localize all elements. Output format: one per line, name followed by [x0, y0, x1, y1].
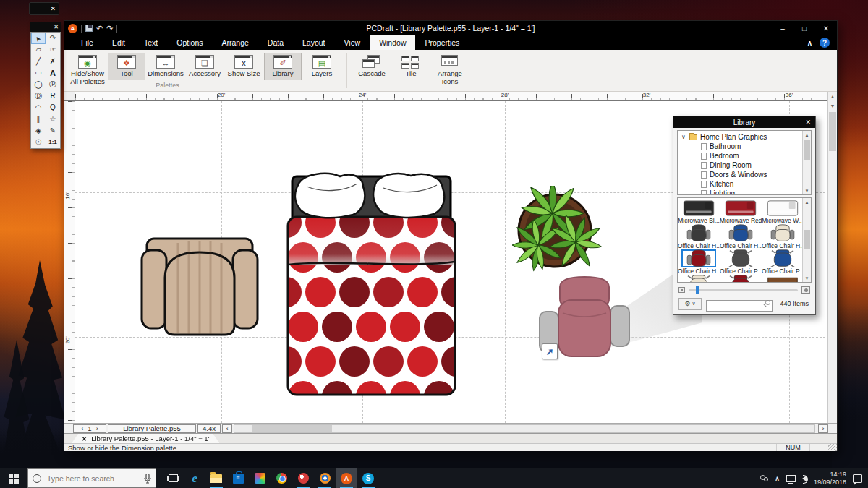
- taskbar-file-explorer[interactable]: [205, 468, 227, 488]
- volume-icon[interactable]: [802, 475, 807, 482]
- tree-item-lighting[interactable]: Lighting: [681, 189, 801, 195]
- pan-tool[interactable]: ☞: [46, 44, 60, 56]
- library-item-microwave-bl[interactable]: Microwave Bl...: [678, 198, 720, 223]
- ribbon-tool-button[interactable]: ❖Tool: [108, 53, 145, 80]
- library-item-microwave-red[interactable]: Microwave Red: [720, 198, 762, 223]
- scroll-down-icon[interactable]: ▼: [803, 274, 811, 282]
- potted-plant[interactable]: [509, 186, 603, 274]
- scroll-left-button[interactable]: ‹: [222, 424, 232, 433]
- quarter-circle-tool[interactable]: Q: [46, 102, 60, 114]
- library-item-office-chair-h[interactable]: Office Chair H...: [678, 223, 720, 249]
- tree-item-kitchen[interactable]: Kitchen: [681, 179, 801, 189]
- taskbar-skype[interactable]: S: [357, 468, 379, 488]
- menu-properties[interactable]: Properties: [415, 35, 469, 50]
- tree-item-bathroom[interactable]: Bathroom: [681, 142, 801, 151]
- ribbon-cascade-button[interactable]: Cascade: [353, 53, 391, 80]
- close-icon[interactable]: ✕: [801, 119, 815, 126]
- menu-data[interactable]: Data: [258, 35, 293, 50]
- horizontal-scroll-thumb[interactable]: [252, 425, 332, 432]
- taskbar-search[interactable]: [27, 468, 156, 488]
- tree-item-dining-room[interactable]: Dining Room: [681, 160, 801, 170]
- library-palette-titlebar[interactable]: Library ✕: [673, 116, 815, 128]
- ribbon-tile-button[interactable]: Tile: [392, 53, 430, 80]
- line-tool[interactable]: ╱: [31, 56, 46, 67]
- taskbar-pcdraft[interactable]: A: [336, 468, 357, 488]
- collapse-ribbon-icon[interactable]: ∧: [807, 39, 812, 47]
- library-item-office-chair-p[interactable]: Office Chair P...: [762, 249, 804, 274]
- ribbon-accessory-button[interactable]: ❏Accessory: [186, 53, 224, 80]
- select-tool[interactable]: ➤: [31, 33, 46, 44]
- scroll-right-button[interactable]: ›: [818, 424, 828, 433]
- scroll-up-icon[interactable]: ▲: [803, 198, 811, 206]
- menu-text[interactable]: Text: [135, 35, 167, 50]
- close-icon[interactable]: ✕: [54, 24, 59, 30]
- slider-thumb[interactable]: [696, 286, 699, 294]
- tab-close-icon[interactable]: ✕: [82, 435, 87, 442]
- library-item-microwave-w[interactable]: Microwave W...: [762, 198, 804, 223]
- save-icon[interactable]: [85, 25, 93, 32]
- menu-arrange[interactable]: Arrange: [212, 35, 258, 50]
- ribbon-layers-button[interactable]: ▤Layers: [303, 53, 341, 80]
- menu-edit[interactable]: Edit: [103, 35, 135, 50]
- library-item[interactable]: [762, 274, 804, 283]
- parallel-lines-tool[interactable]: ∥: [31, 114, 46, 125]
- taskbar-task-view[interactable]: [162, 468, 184, 488]
- tree-item-doors-windows[interactable]: Doors & Windows: [681, 170, 801, 179]
- menu-window[interactable]: Window: [370, 35, 415, 50]
- ribbon-show-size-button[interactable]: xShow Size: [225, 53, 263, 80]
- vertical-scrollbar[interactable]: ▲ ▼: [827, 92, 837, 423]
- library-options-button[interactable]: ⚙ ∨: [678, 298, 702, 310]
- taskbar-edge[interactable]: e: [184, 468, 205, 488]
- scroll-down-icon[interactable]: ▼: [828, 101, 837, 111]
- scroll-up-icon[interactable]: ▲: [828, 92, 837, 101]
- search-input[interactable]: [46, 474, 140, 484]
- marquee-tool[interactable]: ▱: [31, 44, 46, 56]
- menu-options[interactable]: Options: [167, 35, 212, 50]
- taskbar-microsoft-store[interactable]: [227, 468, 249, 488]
- title-bar[interactable]: A ↶ ↷ PCDraft - [Library Palette.p55 - L…: [64, 21, 837, 35]
- freehand-tool[interactable]: ✗: [46, 56, 60, 67]
- menu-layout[interactable]: Layout: [293, 35, 335, 50]
- taskbar-chrome[interactable]: [271, 468, 292, 488]
- horizontal-scrollbar[interactable]: [234, 424, 815, 433]
- menu-view[interactable]: View: [335, 35, 370, 50]
- library-item-office-chair-h[interactable]: Office Chair H...: [762, 223, 804, 249]
- ribbon-arrange-icons-button[interactable]: Arrange Icons: [431, 53, 469, 88]
- document-tab[interactable]: ✕ Library Palette.p55 - Layer-1 - 1/4" =…: [72, 434, 219, 443]
- redo-icon[interactable]: ↷: [106, 25, 113, 33]
- taskbar-photos[interactable]: [249, 468, 271, 488]
- symbol-tool[interactable]: ◈: [31, 125, 46, 137]
- close-button[interactable]: ✕: [815, 25, 837, 33]
- rectangle-tool[interactable]: ▭: [31, 67, 46, 79]
- vertical-scroll-thumb[interactable]: [829, 112, 836, 151]
- help-icon[interactable]: ?: [820, 38, 830, 48]
- tree-scroll-thumb[interactable]: [804, 140, 810, 160]
- tree-item-bedroom[interactable]: Bedroom: [681, 151, 801, 160]
- items-scroll-thumb[interactable]: [804, 230, 810, 249]
- actual-size-tool[interactable]: 1:1: [46, 137, 60, 148]
- items-scrollbar[interactable]: ▲ ▼: [802, 198, 811, 282]
- armchair[interactable]: [138, 233, 261, 339]
- parallel-polygon-tool[interactable]: Ⓟ: [46, 79, 60, 90]
- star-tool[interactable]: ☆: [46, 114, 60, 125]
- caret-expanded-icon[interactable]: ∨: [681, 134, 686, 140]
- taskbar-photo-editor[interactable]: [292, 468, 314, 488]
- scroll-down-icon[interactable]: ▼: [803, 187, 811, 194]
- library-item-office-chair-h[interactable]: Office Chair H...: [720, 223, 762, 249]
- document-name-box[interactable]: Library Palette.p55: [108, 424, 196, 433]
- floating-palette-titlebar[interactable]: ✕: [29, 2, 59, 15]
- page-prev-icon[interactable]: ‹: [81, 424, 83, 432]
- rotate-tool[interactable]: ↷: [46, 33, 60, 44]
- zoom-level-box[interactable]: 4.4x: [197, 424, 221, 433]
- eyedropper-tool[interactable]: ✎: [46, 125, 60, 137]
- people-icon[interactable]: [760, 475, 768, 482]
- tray-expand-icon[interactable]: ∧: [775, 475, 780, 482]
- lamp-tool[interactable]: ☉: [31, 137, 46, 148]
- library-item[interactable]: [678, 274, 720, 283]
- text-tool[interactable]: A: [46, 67, 60, 79]
- library-search-input[interactable]: [706, 300, 773, 312]
- rounded-rectangle-tool[interactable]: R: [46, 90, 60, 102]
- diameter-circle-tool[interactable]: Ⓓ: [31, 90, 46, 102]
- library-item-office-chair-h[interactable]: Office Chair H...: [678, 249, 720, 274]
- tree-scrollbar[interactable]: ▲ ▼: [802, 131, 811, 194]
